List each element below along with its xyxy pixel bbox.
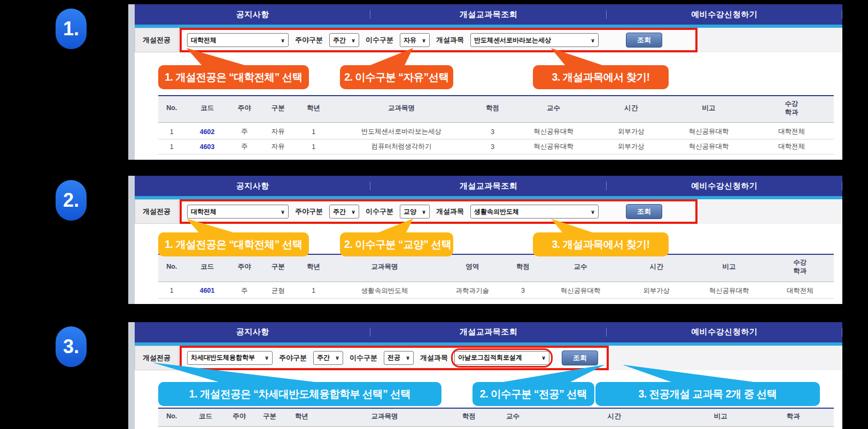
column-header: 시간 [540,408,688,427]
subject-select[interactable]: 아날로그집적회로설계∨ [454,351,549,365]
table-cell: 1 [297,123,330,139]
daynight-select-wrap: 주간∨ [329,33,359,47]
table-cell: 주 [229,123,260,139]
subject-select[interactable]: 생활속의반도체∨ [470,205,599,219]
screenshot-card: 공지사항개설교과목조회예비수강신청하기 개설전공 대학전체∨주야구분주간∨이수구… [128,4,842,160]
daynight-select[interactable]: 주간∨ [329,205,359,219]
table-cell: 4 [286,427,317,429]
nav-tab[interactable]: 공지사항 [135,4,370,25]
course-type-select[interactable]: 자유∨ [400,33,430,47]
major-label: 개설전공 [135,28,179,52]
chevron-down-icon: ∨ [591,209,595,215]
highlight-red-box: 대학전체∨주야구분주간∨이수구분교양∨개설과목생활속의반도체∨ 조회 [180,199,698,224]
daynight-select[interactable]: 주간∨ [313,351,343,365]
nav-tab[interactable]: 공지사항 [135,176,370,196]
course-filter-bar: 개설전공 대학전체∨주야구분주간∨이수구분자유∨개설과목반도체센서로바라보는세상… [135,28,842,52]
table-cell: 컴퓨터처럼생각하기 [330,139,472,154]
table-cell: 생활속의반도체 [330,282,438,298]
callout-step-2: 2. 이수구분 “전공” 선택 [472,382,594,406]
search-button[interactable]: 조회 [626,33,662,48]
callout-step-1: 1. 개설전공은 “대학전체” 선택 [158,232,309,256]
screenshot-card: 공지사항개설교과목조회예비수강신청하기 개설전공 대학전체∨주야구분주간∨이수구… [128,176,842,303]
table-cell: 혁신공유대학 [668,139,749,154]
column-header: 학년 [297,96,330,123]
chevron-down-icon: ∨ [351,37,355,43]
column-header: 비고 [688,408,753,427]
nav-tab[interactable]: 예비수강신청하기 [607,176,842,196]
table-cell: 1 [297,282,330,298]
course-filter-bar: 개설전공 차세대반도체융합학부∨주야구분주간∨이수구분전공∨개설과목아날로그집적… [135,346,842,370]
column-header: 시간 [594,96,668,123]
search-button[interactable]: 조회 [562,350,598,365]
column-header: 구분 [260,254,297,282]
column-header: 교과목명 [330,254,438,282]
column-header: 주야 [229,254,260,282]
nav-tab[interactable]: 예비수강신청하기 [607,4,842,25]
tutorial-step-panel: 2. 공지사항개설교과목조회예비수강신청하기 개설전공 대학전체∨주야구분주간∨… [0,176,868,303]
nav-tab[interactable]: 개설교과목조회 [370,4,606,25]
major-select[interactable]: 대학전체∨ [187,205,289,219]
table-cell: 월(12:00~13:15) 화(12:00~13:15) [540,427,688,429]
callout-step-1: 1. 개설전공은 “차세대반도체융합학부 선택” 선택 [158,382,441,406]
step-badge-column: 1. [0,4,128,49]
column-header: 학점 [506,254,540,282]
column-header: 교수 [486,408,540,427]
filter-label: 이수구분 [366,207,393,216]
major-select[interactable]: 대학전체∨ [187,33,289,47]
subject-select-wrap: 아날로그집적회로설계∨ [454,351,549,365]
column-header: 비고 [668,96,749,123]
table-cell: 3 [506,282,540,298]
chevron-down-icon: ∨ [422,37,426,43]
major-select[interactable]: 차세대반도체융합학부∨ [187,351,273,365]
table-cell: 혁신공유대학 [668,123,749,139]
selected-value: 아날로그집적회로설계 [458,353,522,362]
chevron-down-icon: ∨ [406,355,410,361]
daynight-select[interactable]: 주간∨ [329,33,359,47]
selected-value: 교양 [404,207,416,216]
table-cell: 대학전체 [749,139,834,154]
nav-tab[interactable]: 예비수강신청하기 [607,322,842,342]
callout-step-3: 3. 개설과목에서 찾기! [533,65,669,89]
table-cell: 과학과기술 [439,282,506,298]
nav-tab[interactable]: 개설교과목조회 [370,322,606,342]
chevron-down-icon: ∨ [335,355,339,361]
course-table: No.코드주야구분학년교과목명학점교수시간비고학과 14615주전선4아날로그집… [158,408,834,429]
selected-value: 자유 [404,36,416,45]
course-type-select-wrap: 자유∨ [400,33,430,47]
step-badge: 3. [56,326,87,367]
column-header: 영역 [439,254,506,282]
highlight-red-box: 대학전체∨주야구분주간∨이수구분자유∨개설과목반도체센서로바라보는세상∨ 조회 [180,28,698,52]
callout-zone: 1. 개설전공은 “대학전체” 선택2. 이수구분 “교양” 선택3. 개설과목… [135,231,842,256]
course-type-select-wrap: 전공∨ [384,351,414,365]
nav-tab[interactable]: 개설교과목조회 [370,176,606,196]
subject-select[interactable]: 반도체센서로바라보는세상∨ [470,33,599,47]
course-type-select[interactable]: 전공∨ [384,351,414,365]
column-header: No. [158,96,185,123]
course-code-link[interactable]: 4603 [185,139,229,154]
step-badge-column: 3. [0,322,128,367]
selected-value: 전공 [387,353,400,362]
table-cell: 1 [158,139,185,154]
nav-tabs: 공지사항개설교과목조회예비수강신청하기 [135,4,842,25]
column-header: 수강 학과 [766,254,834,282]
table-cell: 외부가상 [621,282,692,298]
selected-value: 차세대반도체융합학부 [191,353,255,362]
table-row: 14602주자유1반도체센서로바라보는세상3혁신공유대학외부가상혁신공유대학대학… [158,123,834,139]
search-button[interactable]: 조회 [626,204,662,219]
course-code-link[interactable]: 4601 [185,282,229,298]
table-cell: 1 [158,282,185,298]
column-header: 학년 [297,254,330,282]
column-header: 교과목명 [317,408,452,427]
table-row: 14601주균형1생활속의반도체과학과기술3혁신공유대학외부가상혁신공유대학대학… [158,282,834,298]
column-header: 교수 [513,96,594,123]
course-code-link[interactable]: 4615 [185,427,226,429]
course-code-link[interactable]: 4602 [185,123,229,139]
table-cell: 주 [229,282,260,298]
course-table: No.코드주야구분학년교과목명학점교수시간비고수강 학과 14602주자유1반도… [158,95,834,154]
course-type-select[interactable]: 교양∨ [400,205,430,219]
chevron-down-icon: ∨ [351,209,355,215]
table-cell: 자유 [260,139,297,154]
major-select-wrap: 차세대반도체융합학부∨ [187,351,273,365]
nav-tab[interactable]: 공지사항 [135,322,370,342]
table-cell: 3 [452,427,486,429]
